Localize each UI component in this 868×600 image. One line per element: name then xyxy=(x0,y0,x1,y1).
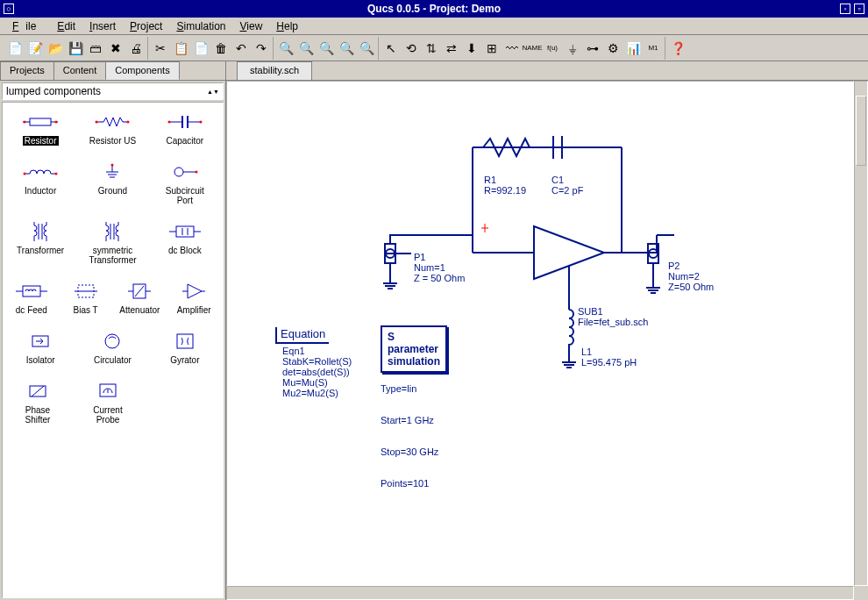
tab-content[interactable]: Content xyxy=(53,61,107,80)
mirror-y-icon[interactable]: ⇄ xyxy=(442,39,461,58)
label-icon[interactable]: NAME xyxy=(523,39,542,58)
svg-point-19 xyxy=(111,164,114,167)
menu-edit[interactable]: Edit xyxy=(50,18,82,34)
svg-rect-45 xyxy=(177,334,193,348)
component-inductor[interactable]: Inductor xyxy=(14,160,67,205)
save-icon[interactable]: 💾 xyxy=(66,39,85,58)
component-label: Gyrator xyxy=(170,355,199,365)
svg-rect-52 xyxy=(648,244,658,263)
component-list: Resistor Resistor US Capacitor Inductor xyxy=(2,102,224,598)
svg-rect-1 xyxy=(30,118,51,125)
attenuator-icon xyxy=(113,279,166,304)
toolbar: 📄 📝 📂 💾 🗃 ✖ 🖨 ✂ 📋 📄 🗑 ↶ ↷ 🔍 🔍 🔍 🔍 🔍 ↖ ⟲ … xyxy=(0,35,868,61)
svg-point-5 xyxy=(96,121,98,124)
sysmenu-icon[interactable]: ○ xyxy=(4,4,14,14)
save-all-icon[interactable]: 🗃 xyxy=(86,39,105,58)
cut-icon[interactable]: ✂ xyxy=(151,39,170,58)
port-icon[interactable]: ⊶ xyxy=(583,39,602,58)
wire-icon[interactable]: 〰 xyxy=(502,39,522,58)
component-label: Current Probe xyxy=(93,405,122,425)
svg-point-3 xyxy=(24,121,26,124)
maximize-icon[interactable]: ▫ xyxy=(854,4,864,14)
component-category-dropdown[interactable]: lumped components ▲▼ xyxy=(2,82,224,100)
print-icon[interactable]: 🖨 xyxy=(126,39,146,58)
zoom-icon[interactable]: 🔍 xyxy=(276,39,295,58)
view-data-icon[interactable]: 📊 xyxy=(623,39,643,58)
scrollbar-thumb[interactable] xyxy=(856,96,866,166)
component-capacitor[interactable]: Capacitor xyxy=(159,110,211,146)
simulate-icon[interactable]: ⚙ xyxy=(603,39,623,58)
r1-label: R1R=992.19 xyxy=(484,154,526,217)
menu-simulation[interactable]: Simulation xyxy=(169,18,232,34)
tab-projects[interactable]: Projects xyxy=(0,61,54,80)
svg-point-51 xyxy=(386,249,395,258)
component-resistor-us[interactable]: Resistor US xyxy=(86,110,139,146)
component-circulator[interactable]: Circulator xyxy=(86,329,139,365)
component-subcircuit-port[interactable]: Subcircuit Port xyxy=(159,160,211,205)
copy-icon[interactable]: 📋 xyxy=(171,39,190,58)
component-label: Isolator xyxy=(26,355,55,365)
component-transformer[interactable]: Transformer xyxy=(14,219,67,265)
ground-icon[interactable]: ⏚ xyxy=(563,39,582,58)
svg-line-47 xyxy=(32,386,44,396)
zoom-11-icon[interactable]: 🔍 xyxy=(357,39,376,58)
new-file-icon[interactable]: 📄 xyxy=(5,39,25,58)
p1-label: P1Num=1Z = 50 Ohm xyxy=(414,231,465,304)
component-label: dc Block xyxy=(168,246,202,255)
schematic-canvas[interactable]: R1R=992.19 C1C=2 pF P1Num=1Z = 50 Ohm P2… xyxy=(226,81,854,586)
open-icon[interactable]: 📂 xyxy=(46,39,65,58)
component-label: Subcircuit Port xyxy=(166,186,204,205)
paste-icon[interactable]: 📄 xyxy=(191,39,210,58)
component-sym-transformer[interactable]: symmetric Transformer xyxy=(86,219,139,265)
menu-help[interactable]: Help xyxy=(269,18,305,34)
file-tab[interactable]: stability.sch xyxy=(237,61,312,80)
svg-point-11 xyxy=(167,121,170,124)
sparam-block[interactable]: S parameter simulation SP1 Type=lin Star… xyxy=(381,325,438,510)
delete-icon[interactable]: 🗑 xyxy=(211,39,231,58)
equation-title: Equation xyxy=(281,327,325,340)
equation-block[interactable]: Equation Eqn1 StabK=Rollet(S) det=abs(de… xyxy=(275,327,352,398)
menu-file[interactable]: File xyxy=(5,18,50,34)
component-isolator[interactable]: Isolator xyxy=(14,329,67,365)
component-phaseshifter[interactable]: Phase Shifter xyxy=(11,379,64,425)
menu-insert[interactable]: Insert xyxy=(82,18,123,34)
dcfeed-icon xyxy=(5,279,58,304)
menu-project[interactable]: Project xyxy=(123,18,169,34)
component-ground[interactable]: Ground xyxy=(86,160,139,205)
component-dcfeed[interactable]: dc Feed xyxy=(5,279,58,315)
mirror-x-icon[interactable]: ⇅ xyxy=(422,39,441,58)
activate-icon[interactable]: ⬇ xyxy=(462,39,481,58)
close-icon[interactable]: ✖ xyxy=(106,39,125,58)
currentprobe-icon xyxy=(82,379,134,404)
svg-line-38 xyxy=(135,286,144,296)
menu-view[interactable]: View xyxy=(233,18,270,34)
zoom-in-icon[interactable]: 🔍 xyxy=(296,39,316,58)
redo-icon[interactable]: ↷ xyxy=(252,39,271,58)
tab-components[interactable]: Components xyxy=(105,61,179,80)
horizontal-scrollbar[interactable] xyxy=(226,586,854,600)
isolator-icon xyxy=(14,329,67,354)
component-dcblock[interactable]: dc Block xyxy=(159,219,211,265)
component-amplifier[interactable]: Amplifier xyxy=(167,279,220,315)
component-label: symmetric Transformer xyxy=(89,246,136,265)
component-label: Inductor xyxy=(25,186,56,196)
sym-transformer-icon xyxy=(86,219,139,244)
zoom-fit-icon[interactable]: 🔍 xyxy=(337,39,356,58)
component-attenuator[interactable]: Attenuator xyxy=(113,279,166,315)
equation-icon[interactable]: f(u) xyxy=(543,39,562,58)
marker-icon[interactable]: M1 xyxy=(644,39,663,58)
component-biast[interactable]: Bias T xyxy=(60,279,112,315)
component-gyrator[interactable]: Gyrator xyxy=(159,329,211,365)
rotate-icon[interactable]: ⟲ xyxy=(402,39,421,58)
zoom-out-icon[interactable]: 🔍 xyxy=(317,39,336,58)
grid-icon[interactable]: ⊞ xyxy=(482,39,502,58)
component-label: Phase Shifter xyxy=(25,405,51,425)
select-icon[interactable]: ↖ xyxy=(381,39,401,58)
undo-icon[interactable]: ↶ xyxy=(231,39,251,58)
new-text-icon[interactable]: 📝 xyxy=(25,39,45,58)
vertical-scrollbar[interactable] xyxy=(854,81,868,586)
component-currentprobe[interactable]: Current Probe xyxy=(82,379,134,425)
help-icon[interactable]: ❓ xyxy=(668,39,687,58)
component-resistor[interactable]: Resistor xyxy=(14,110,67,146)
minimize-icon[interactable]: ◦ xyxy=(840,4,850,14)
